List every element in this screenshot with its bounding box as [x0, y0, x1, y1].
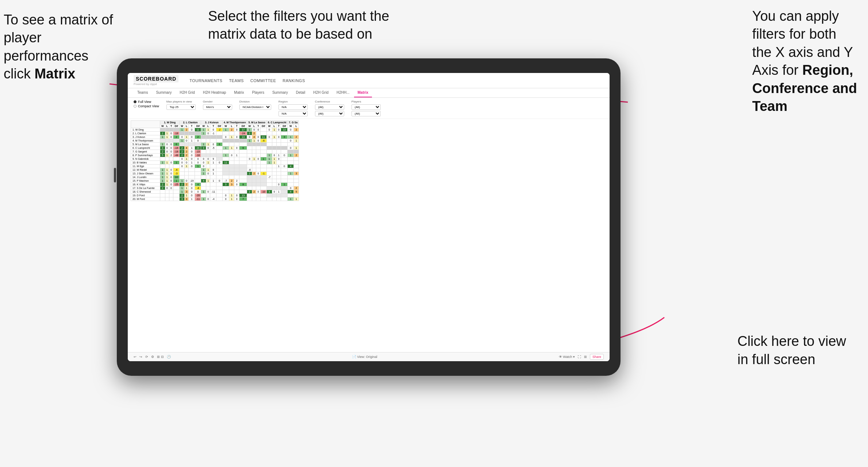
matrix-cell [256, 143, 260, 146]
matrix-cell [277, 197, 281, 201]
matrix-cell: 5 [160, 154, 165, 157]
matrix-cell [288, 175, 294, 179]
matrix-cell: 3 [184, 190, 188, 194]
nav-tournaments[interactable]: TOURNAMENTS [189, 78, 222, 83]
matrix-cell [266, 172, 272, 175]
conference-select-2[interactable]: (All) [315, 111, 344, 116]
tab-summary2[interactable]: Summary [269, 88, 292, 97]
players-select-1[interactable]: (All) [352, 104, 381, 110]
tab-matrix-active[interactable]: Matrix [354, 88, 372, 97]
fullscreen-icon[interactable]: ⛶ [578, 355, 581, 359]
tab-teams[interactable]: Teams [134, 88, 151, 97]
nav-teams[interactable]: TEAMS [229, 78, 243, 83]
matrix-cell [252, 165, 256, 168]
matrix-cell: 0 [180, 161, 185, 165]
matrix-cell: 1 [210, 179, 216, 183]
matrix-cell: 1 [184, 165, 188, 168]
tab-summary[interactable]: Summary [152, 88, 175, 97]
refresh-icon[interactable]: ⟳ [145, 355, 148, 359]
tab-h2h-heatmap[interactable]: H2H Heatmap [199, 88, 230, 97]
matrix-cell: 1 [288, 197, 294, 201]
matrix-cell [165, 194, 169, 197]
matrix-cell: 0 [184, 161, 188, 165]
clock-icon[interactable]: 🕐 [167, 355, 171, 359]
matrix-cell: 1 [160, 172, 165, 175]
matrix-cell [239, 168, 247, 172]
grid-icon[interactable]: ⊞ [584, 355, 587, 359]
matrix-cell: 0 [169, 179, 173, 183]
sub-w1: W [160, 124, 165, 128]
matrix-cell [294, 143, 299, 146]
tab-players[interactable]: Players [249, 88, 268, 97]
matrix-cell [266, 132, 272, 135]
players-select-2[interactable]: (All) [352, 111, 381, 116]
sub-dif5: Dif [260, 124, 266, 128]
matrix-cell [266, 183, 272, 186]
matrix-cell [260, 128, 266, 132]
matrix-cell: 1 [229, 197, 234, 201]
share-button[interactable]: Share [590, 354, 604, 360]
full-view-radio[interactable] [134, 100, 137, 103]
matrix-cell [277, 172, 281, 175]
full-view-option[interactable]: Full View [134, 100, 159, 104]
nav-committee[interactable]: COMMITTEE [250, 78, 276, 83]
matrix-cell: 2 [184, 150, 188, 154]
tab-h2h-grid2[interactable]: H2H Grid [310, 88, 332, 97]
matrix-cell: 0 [234, 183, 239, 186]
sub-t1: T [169, 124, 173, 128]
matrix-cell: 0 [288, 128, 294, 132]
matrix-cell [239, 161, 247, 165]
matrix-cell [180, 143, 185, 146]
watch-button[interactable]: 👁 Watch ▾ [559, 355, 575, 359]
matrix-cell [173, 128, 180, 132]
matrix-cell [222, 157, 229, 161]
matrix-cell: 1 [201, 128, 206, 132]
nav-rankings[interactable]: RANKINGS [283, 78, 305, 83]
matrix-cell [288, 143, 294, 146]
matrix-cell: 5 [294, 190, 299, 194]
compact-view-option[interactable]: Compact View [134, 104, 159, 108]
gender-select[interactable]: Men's [203, 104, 232, 110]
matrix-cell [229, 172, 234, 175]
matrix-cell [216, 190, 222, 194]
matrix-cell: 0 [288, 146, 294, 150]
tab-matrix[interactable]: Matrix [230, 88, 247, 97]
division-select[interactable]: NCAA Division I [239, 104, 271, 110]
tab-detail[interactable]: Detail [292, 88, 309, 97]
matrix-cell: 0 [234, 135, 239, 139]
matrix-cell [222, 168, 229, 172]
compact-view-radio[interactable] [134, 105, 137, 108]
matrix-cell [201, 135, 206, 139]
matrix-cell [260, 143, 266, 146]
matrix-cell [184, 172, 188, 175]
matrix-cell [216, 175, 222, 179]
matrix-cell: 0 [277, 128, 281, 132]
matrix-cell [216, 150, 222, 154]
region-select-2[interactable]: N/A [279, 111, 308, 116]
max-players-select[interactable]: Top 25 [166, 104, 196, 110]
conference-select-1[interactable]: (All) [315, 104, 344, 110]
matrix-cell [216, 132, 222, 135]
division-filter: Division NCAA Division I [239, 100, 271, 110]
matrix-cell [173, 139, 180, 143]
tab-h2hh[interactable]: H2HH... [333, 88, 353, 97]
matrix-cell [222, 150, 229, 154]
matrix-cell: 1 [272, 135, 276, 139]
zoom-controls[interactable]: ⊞ ⊟ [157, 355, 164, 359]
matrix-cell [210, 194, 216, 197]
matrix-cell [206, 154, 210, 157]
matrix-cell: -5 [210, 146, 216, 150]
matrix-cell [173, 197, 180, 201]
matrix-cell [210, 183, 216, 186]
redo-icon[interactable]: ↪ [139, 355, 142, 359]
matrix-cell: -16 [173, 132, 180, 135]
matrix-cell [239, 154, 247, 157]
settings-icon[interactable]: ⚙ [151, 355, 154, 359]
region-select-1[interactable]: N/A [279, 104, 308, 110]
undo-icon[interactable]: ↩ [134, 355, 137, 359]
matrix-cell [216, 168, 222, 172]
tab-h2h-grid[interactable]: H2H Grid [176, 88, 199, 97]
matrix-cell: 6 [239, 146, 247, 150]
matrix-cell [256, 132, 260, 135]
matrix-cell [210, 175, 216, 179]
